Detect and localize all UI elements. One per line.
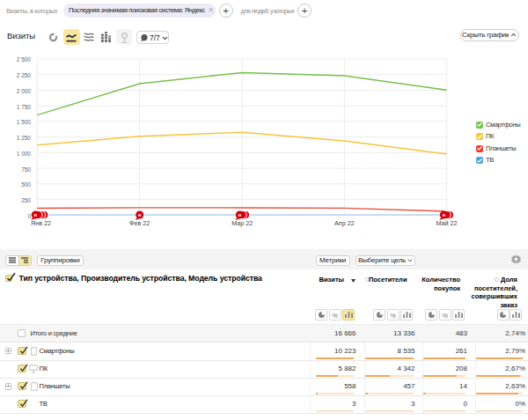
- svg-text:Апр 22: Апр 22: [334, 219, 355, 227]
- svg-text:Май 22: Май 22: [436, 219, 457, 227]
- svg-text:500: 500: [21, 181, 31, 188]
- svg-text:1 500: 1 500: [17, 119, 32, 125]
- svg-text:Янв 22: Янв 22: [31, 219, 51, 227]
- svg-text:2 500: 2 500: [17, 56, 32, 63]
- svg-text:250: 250: [21, 197, 31, 203]
- svg-text:Мар 22: Мар 22: [231, 219, 253, 227]
- svg-text:2 000: 2 000: [17, 88, 32, 94]
- svg-text:н: н: [34, 212, 37, 217]
- svg-text:2 250: 2 250: [17, 72, 32, 78]
- svg-text:1 000: 1 000: [17, 151, 32, 157]
- svg-text:Фев 22: Фев 22: [129, 219, 150, 227]
- svg-text:н: н: [443, 212, 445, 217]
- svg-text:0: 0: [27, 213, 31, 219]
- svg-text:1 750: 1 750: [17, 104, 32, 110]
- svg-text:1 250: 1 250: [17, 135, 32, 141]
- svg-text:750: 750: [21, 166, 31, 173]
- svg-text:н: н: [238, 212, 241, 217]
- svg-text:н: н: [138, 212, 141, 217]
